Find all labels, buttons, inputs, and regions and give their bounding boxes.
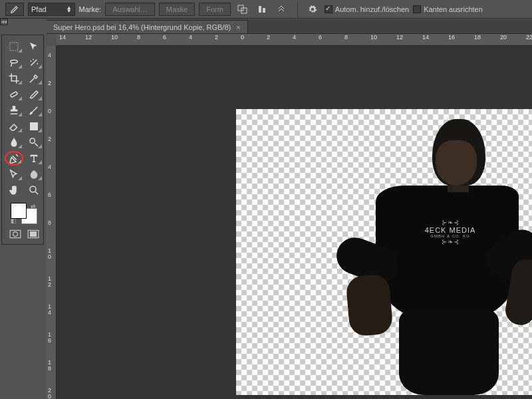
ruler-v-tick: 6 <box>48 192 51 198</box>
tool-preset-swatch[interactable] <box>5 3 24 16</box>
tshirt-deco-bottom: ⊱❧⊰ <box>397 238 503 245</box>
selection-button[interactable]: Auswahl… <box>105 3 155 16</box>
ruler-h-tick: 12 <box>396 34 403 41</box>
shape-button[interactable]: Form <box>199 3 231 16</box>
ruler-v-tick: 4 <box>48 164 51 170</box>
document-tab[interactable]: Super Hero.psd bei 16,4% (Hintergrund Ko… <box>47 20 248 33</box>
mask-button[interactable]: Maske <box>159 3 195 16</box>
ruler-h-tick: 4 <box>189 34 192 41</box>
path-combine-icon[interactable] <box>235 3 251 16</box>
marker-label: Marke: <box>79 5 102 13</box>
brush-tool[interactable] <box>25 87 43 102</box>
ruler-h-tick: 2 <box>267 34 270 41</box>
eyedropper-tool[interactable] <box>25 71 43 86</box>
ruler-h-tick: 18 <box>474 34 481 41</box>
svg-point-10 <box>13 232 17 237</box>
eraser-tool[interactable] <box>5 119 23 134</box>
ruler-v-tick: 18 <box>48 360 51 372</box>
ruler-h-tick: 22 <box>526 34 532 41</box>
path-select-tool[interactable] <box>5 167 23 182</box>
ruler-h-tick: 10 <box>370 34 377 41</box>
svg-rect-2 <box>259 6 261 13</box>
toolbox: ⇄ ◧ <box>1 35 44 245</box>
document-tab-bar: Super Hero.psd bei 16,4% (Hintergrund Ko… <box>47 19 532 34</box>
ruler-h-tick: 12 <box>85 34 92 41</box>
heal-tool[interactable] <box>5 87 23 102</box>
path-mode-value: Pfad <box>31 5 47 13</box>
ruler-v-tick: 10 <box>48 248 51 260</box>
svg-rect-12 <box>30 232 36 237</box>
gear-icon[interactable] <box>305 3 321 16</box>
zoom-tool[interactable] <box>25 183 43 198</box>
lasso-tool[interactable] <box>5 55 23 70</box>
auto-add-label: Autom. hinzuf./löschen <box>335 5 409 13</box>
checkbox-on-icon <box>325 5 332 13</box>
path-mode-select[interactable]: Pfad ▲▼ <box>28 3 75 16</box>
type-tool[interactable] <box>25 151 43 166</box>
dropdown-arrows-icon: ▲▼ <box>66 6 72 13</box>
separator <box>297 1 298 17</box>
rubber-band-label: Kanten ausrichten <box>424 5 483 13</box>
history-brush-tool[interactable] <box>25 103 43 118</box>
checkbox-off-icon <box>413 5 421 13</box>
quickmask-toggle[interactable] <box>6 228 24 240</box>
document-tab-title: Super Hero.psd bei 16,4% (Hintergrund Ko… <box>53 23 231 31</box>
image-content: ⊱❧⊰ 4ECK MEDIA GMBH & CO. KG ⊱❧⊰ <box>336 112 532 392</box>
ruler-h-tick: 8 <box>344 34 348 41</box>
rubber-band-checkbox[interactable]: Kanten ausrichten <box>413 5 483 13</box>
ruler-v-tick: 2 <box>48 136 51 142</box>
svg-point-8 <box>30 186 36 192</box>
ruler-h-tick: 20 <box>500 34 507 41</box>
stamp-tool[interactable] <box>5 103 23 118</box>
blur-tool[interactable] <box>5 135 23 150</box>
svg-rect-5 <box>10 91 17 97</box>
path-arrange-icon[interactable] <box>275 3 291 16</box>
path-align-icon[interactable] <box>255 3 271 16</box>
ruler-h-tick: 6 <box>163 34 166 41</box>
marquee-tool[interactable] <box>5 39 23 54</box>
ruler-horizontal[interactable]: 14121086420246810121416182022 <box>57 34 532 46</box>
ruler-h-tick: 0 <box>241 34 244 41</box>
ruler-v-tick: 14 <box>48 304 51 316</box>
ruler-h-tick: 10 <box>111 34 118 41</box>
svg-rect-4 <box>10 43 18 51</box>
gradient-tool[interactable] <box>25 119 43 134</box>
document-canvas[interactable]: ⊱❧⊰ 4ECK MEDIA GMBH & CO. KG ⊱❧⊰ <box>236 109 532 395</box>
color-swatches[interactable]: ⇄ ◧ <box>5 203 43 224</box>
foreground-color-swatch[interactable] <box>11 203 27 219</box>
tshirt-text: 4ECK MEDIA <box>397 226 503 234</box>
crop-tool[interactable] <box>5 71 23 86</box>
ruler-h-tick: 16 <box>448 34 455 41</box>
collapse-toolbar-handle[interactable]: ◂◂ <box>0 19 8 25</box>
ruler-v-tick: 2 <box>48 80 51 86</box>
move-tool[interactable] <box>25 39 43 54</box>
wand-tool[interactable] <box>25 55 43 70</box>
ruler-h-tick: 14 <box>59 34 66 41</box>
pen-tool[interactable] <box>5 151 23 166</box>
ruler-h-tick: 4 <box>293 34 296 41</box>
ruler-v-tick: 16 <box>48 332 51 344</box>
ruler-v-tick: 20 <box>48 388 51 399</box>
ruler-v-tick: 12 <box>48 276 51 288</box>
canvas-area[interactable]: ⊱❧⊰ 4ECK MEDIA GMBH & CO. KG ⊱❧⊰ <box>57 46 532 399</box>
hand-tool[interactable] <box>5 183 23 198</box>
ruler-v-tick: 0 <box>48 108 51 114</box>
ruler-h-tick: 8 <box>137 34 140 41</box>
ruler-h-tick: 2 <box>215 34 218 41</box>
svg-rect-3 <box>263 8 265 13</box>
tshirt-deco-top: ⊱❧⊰ <box>397 219 503 226</box>
ruler-h-tick: 6 <box>319 34 322 41</box>
shape-tool[interactable] <box>25 167 43 182</box>
svg-rect-6 <box>30 122 38 130</box>
ruler-h-tick: 14 <box>422 34 429 41</box>
options-bar: Pfad ▲▼ Marke: Auswahl… Maske Form Autom… <box>0 0 532 19</box>
dodge-tool[interactable] <box>25 135 43 150</box>
ruler-v-tick: 4 <box>48 53 51 59</box>
close-tab-icon[interactable]: × <box>236 23 240 31</box>
swap-colors-icon[interactable]: ⇄ <box>31 203 36 209</box>
ruler-vertical[interactable]: 4202468101214161820 <box>47 46 57 399</box>
auto-add-checkbox[interactable]: Autom. hinzuf./löschen <box>325 5 409 13</box>
default-colors-icon[interactable]: ◧ <box>11 217 17 224</box>
screenmode-toggle[interactable] <box>24 228 42 240</box>
ruler-v-tick: 8 <box>48 220 51 226</box>
